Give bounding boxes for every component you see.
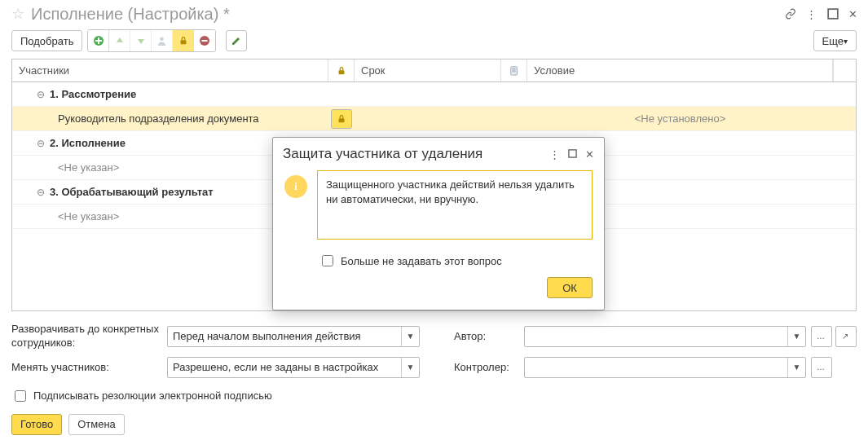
col-lock-icon xyxy=(328,59,355,81)
done-button[interactable]: Готово xyxy=(11,414,62,435)
add-button[interactable] xyxy=(88,30,109,51)
col-participants[interactable]: Участники xyxy=(12,59,328,81)
collapse-icon[interactable]: ⊖ xyxy=(35,89,46,100)
controller-combo[interactable]: ▼ xyxy=(524,357,806,378)
edit-button[interactable] xyxy=(226,30,247,51)
col-due[interactable]: Срок xyxy=(355,59,501,81)
controller-label: Контролер: xyxy=(454,361,519,373)
maximize-icon[interactable] xyxy=(827,8,839,20)
author-open-button[interactable]: ↗ xyxy=(835,326,857,347)
sign-label: Подписывать резолюции электронной подпис… xyxy=(33,389,272,402)
maximize-icon[interactable] xyxy=(568,148,577,161)
svg-rect-12 xyxy=(569,149,576,156)
delete-button[interactable] xyxy=(194,30,215,51)
info-icon: i xyxy=(284,175,307,198)
dialog-ok-button[interactable]: ОК xyxy=(547,277,593,298)
change-label: Менять участников: xyxy=(11,361,162,373)
col-condition-icon xyxy=(501,59,527,81)
svg-rect-6 xyxy=(338,70,344,74)
expand-label: Разворачивать до конкретных сотрудников: xyxy=(11,323,162,350)
move-up-button[interactable] xyxy=(109,30,130,51)
chevron-down-icon[interactable]: ▼ xyxy=(787,327,805,346)
dont-ask-label: Больше не задавать этот вопрос xyxy=(341,255,502,267)
table-row[interactable]: Руководитель подразделения документа <Не… xyxy=(12,107,856,131)
col-spare xyxy=(833,59,856,81)
dialog-title: Защита участника от удаления xyxy=(283,146,549,162)
user-button[interactable] xyxy=(152,30,173,51)
dont-ask-checkbox[interactable] xyxy=(322,255,333,266)
dialog-message: Защищенного участника действий нельзя уд… xyxy=(317,170,593,240)
cancel-button[interactable]: Отмена xyxy=(68,414,125,435)
svg-rect-7 xyxy=(510,66,517,74)
sign-checkbox[interactable] xyxy=(15,390,26,402)
pick-button[interactable]: Подобрать xyxy=(11,30,82,51)
protection-dialog: Защита участника от удаления ⋮ ✕ i Защищ… xyxy=(272,137,605,310)
collapse-icon[interactable]: ⊖ xyxy=(35,187,46,198)
author-combo[interactable]: ▼ xyxy=(524,326,806,347)
move-down-button[interactable] xyxy=(130,30,152,51)
chevron-down-icon[interactable]: ▼ xyxy=(787,358,805,377)
author-label: Автор: xyxy=(454,330,519,342)
row-lock-icon xyxy=(331,109,352,129)
col-condition[interactable]: Условие xyxy=(527,59,833,81)
table-row[interactable]: ⊖1. Рассмотрение xyxy=(12,82,856,107)
chevron-down-icon[interactable]: ▼ xyxy=(401,358,419,377)
svg-rect-0 xyxy=(828,9,838,19)
svg-rect-11 xyxy=(339,118,345,122)
svg-rect-5 xyxy=(202,40,208,42)
chevron-down-icon[interactable]: ▼ xyxy=(401,327,419,346)
page-title: Исполнение (Настройка) * xyxy=(31,5,785,24)
lock-button[interactable] xyxy=(173,30,194,51)
close-icon[interactable]: ✕ xyxy=(585,148,594,161)
close-icon[interactable]: ✕ xyxy=(848,8,860,20)
kebab-menu-icon[interactable]: ⋮ xyxy=(806,8,817,20)
svg-rect-3 xyxy=(181,40,187,44)
more-button[interactable]: Еще xyxy=(813,30,857,51)
change-combo[interactable]: Разрешено, если не заданы в настройках ▼ xyxy=(167,357,420,378)
link-icon[interactable] xyxy=(785,8,796,20)
controller-more-button[interactable]: … xyxy=(811,357,832,378)
favorite-star-icon[interactable]: ☆ xyxy=(11,5,24,23)
collapse-icon[interactable]: ⊖ xyxy=(35,138,46,149)
kebab-menu-icon[interactable]: ⋮ xyxy=(549,148,560,161)
svg-point-2 xyxy=(161,37,165,41)
expand-combo[interactable]: Перед началом выполнения действия ▼ xyxy=(167,326,420,347)
author-more-button[interactable]: … xyxy=(811,326,832,347)
